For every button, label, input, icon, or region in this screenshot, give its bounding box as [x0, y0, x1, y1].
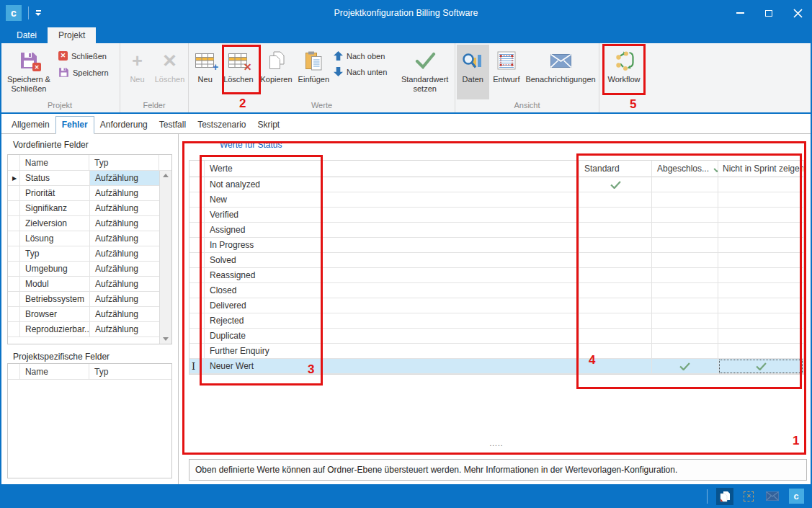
field-typ-cell[interactable]: Aufzählung [90, 216, 161, 231]
frame-button[interactable]: ✕ [740, 488, 757, 505]
field-name-cell[interactable]: Modul [20, 277, 90, 292]
abgeschlossen-cell[interactable] [652, 313, 718, 329]
value-cell[interactable]: Delivered [205, 298, 579, 313]
sprint-cell[interactable] [718, 238, 803, 253]
field-typ-cell[interactable]: Aufzählung [90, 262, 161, 277]
sprint-cell[interactable] [718, 283, 803, 298]
value-cell[interactable]: In Progress [205, 238, 579, 253]
table-row[interactable]: I Further Enquiry [189, 344, 803, 359]
table-row[interactable]: I Reassigned [189, 268, 803, 283]
abgeschlossen-cell[interactable] [652, 268, 718, 283]
data-view-button[interactable]: Daten [457, 45, 489, 99]
abgeschlossen-cell[interactable] [652, 223, 718, 238]
paste-button[interactable]: Einfügen [296, 45, 331, 99]
field-typ-cell[interactable]: Aufzählung [90, 231, 161, 246]
standard-cell[interactable] [579, 238, 652, 253]
value-cell[interactable]: Assigned [205, 223, 579, 238]
table-row[interactable]: I Assigned [189, 223, 803, 238]
sprint-cell[interactable] [718, 192, 803, 208]
table-row[interactable]: I In Progress [189, 238, 803, 253]
move-up-button[interactable]: Nach oben [331, 51, 396, 61]
field-typ-cell[interactable]: Aufzählung [90, 201, 161, 216]
field-name-cell[interactable]: Umgebung [20, 262, 90, 277]
save-and-close-button[interactable]: ✕ Speichern & Schließen [1, 45, 56, 99]
standard-cell[interactable] [579, 177, 652, 192]
abgeschlossen-cell[interactable] [652, 359, 718, 374]
move-down-button[interactable]: Nach unten [331, 67, 396, 76]
abgeschlossen-cell[interactable] [652, 344, 718, 359]
notifications-button[interactable]: Benachrichtigungen [524, 45, 597, 99]
field-row[interactable]: ▶ Umgebung Aufzählung [8, 262, 171, 277]
value-cell[interactable]: Further Enquiry [205, 344, 579, 359]
field-row[interactable]: ▶ Modul Aufzählung [8, 277, 171, 292]
table-row[interactable]: I Not analyzed [189, 177, 803, 192]
set-default-button[interactable]: Standardwert setzen [396, 45, 453, 99]
abgeschlossen-cell[interactable] [652, 298, 718, 313]
field-row[interactable]: ▶ Browser Aufzählung [8, 307, 171, 322]
value-cell[interactable]: Not analyzed [205, 177, 579, 192]
field-row[interactable]: ▶ Priorität Aufzählung [8, 186, 171, 201]
value-cell[interactable]: Reassigned [205, 268, 579, 283]
standard-cell[interactable] [579, 359, 652, 374]
standard-cell[interactable] [579, 344, 652, 359]
value-cell[interactable]: New [205, 192, 579, 208]
column-header-werte[interactable]: Werte [205, 161, 579, 177]
field-name-cell[interactable]: Betriebssystem [20, 292, 90, 307]
field-typ-cell[interactable]: Aufzählung [90, 307, 161, 322]
sprint-cell[interactable] [718, 344, 803, 359]
column-header-sprint[interactable]: Nicht in Sprint zeigen [718, 161, 803, 177]
sprint-cell[interactable] [718, 359, 803, 374]
sprint-cell[interactable] [718, 223, 803, 238]
save-button[interactable]: Speichern [56, 67, 118, 78]
value-cell[interactable]: Duplicate [205, 329, 579, 344]
field-name-cell[interactable]: Reproduzierbar... [20, 322, 90, 337]
field-name-cell[interactable]: Priorität [20, 186, 90, 201]
table-row[interactable]: I Delivered [189, 298, 803, 313]
field-typ-cell[interactable]: Aufzählung [90, 292, 161, 307]
standard-cell[interactable] [579, 329, 652, 344]
document-tab[interactable]: Fehler [55, 116, 94, 134]
field-delete-button[interactable]: ✕ Löschen [153, 45, 187, 99]
standard-cell[interactable] [579, 283, 652, 298]
scroll-down-icon[interactable] [163, 337, 169, 341]
abgeschlossen-cell[interactable] [652, 238, 718, 253]
mail-button[interactable] [764, 488, 781, 505]
document-tab[interactable]: Skript [252, 117, 286, 133]
tab-projekt[interactable]: Projekt [48, 27, 96, 43]
field-name-cell[interactable]: Status [20, 171, 90, 186]
workflow-button[interactable]: Workflow [603, 45, 645, 99]
standard-cell[interactable] [579, 208, 652, 223]
field-name-cell[interactable]: Zielversion [20, 216, 90, 231]
table-row[interactable]: I New [189, 192, 803, 208]
maximize-button[interactable] [763, 7, 775, 19]
standard-cell[interactable] [579, 223, 652, 238]
app-link-button[interactable]: c [788, 488, 805, 505]
vertical-scrollbar[interactable] [159, 171, 171, 344]
sprint-cell[interactable] [718, 298, 803, 313]
standard-cell[interactable] [579, 298, 652, 313]
column-header-name[interactable]: Name [20, 155, 89, 171]
field-typ-cell[interactable]: Aufzählung [90, 322, 161, 337]
value-cell[interactable]: Solved [205, 253, 579, 268]
column-header-typ[interactable]: Typ [89, 155, 159, 171]
standard-cell[interactable] [579, 192, 652, 208]
column-header-typ[interactable]: Typ [89, 364, 171, 380]
standard-cell[interactable] [579, 313, 652, 329]
field-row[interactable]: ▶ Betriebssystem Aufzählung [8, 292, 171, 307]
document-tab[interactable]: Allgemein [6, 117, 55, 133]
abgeschlossen-cell[interactable] [652, 283, 718, 298]
value-new-button[interactable]: + Neu [190, 45, 220, 99]
field-row[interactable]: ▶ Status Aufzählung [8, 171, 171, 186]
value-delete-button[interactable]: ✕ Löschen [220, 45, 256, 99]
field-new-button[interactable]: + Neu [122, 45, 153, 99]
abgeschlossen-cell[interactable] [652, 253, 718, 268]
table-row[interactable]: I Solved [189, 253, 803, 268]
field-row[interactable]: ▶ Lösung Aufzählung [8, 231, 171, 246]
value-cell[interactable]: Closed [205, 283, 579, 298]
field-row[interactable]: ▶ Signifikanz Aufzählung [8, 201, 171, 216]
field-name-cell[interactable]: Signifikanz [20, 201, 90, 216]
sprint-cell[interactable] [718, 177, 803, 192]
abgeschlossen-cell[interactable] [652, 192, 718, 208]
field-typ-cell[interactable]: Aufzählung [90, 171, 161, 186]
field-row[interactable]: ▶ Zielversion Aufzählung [8, 216, 171, 231]
